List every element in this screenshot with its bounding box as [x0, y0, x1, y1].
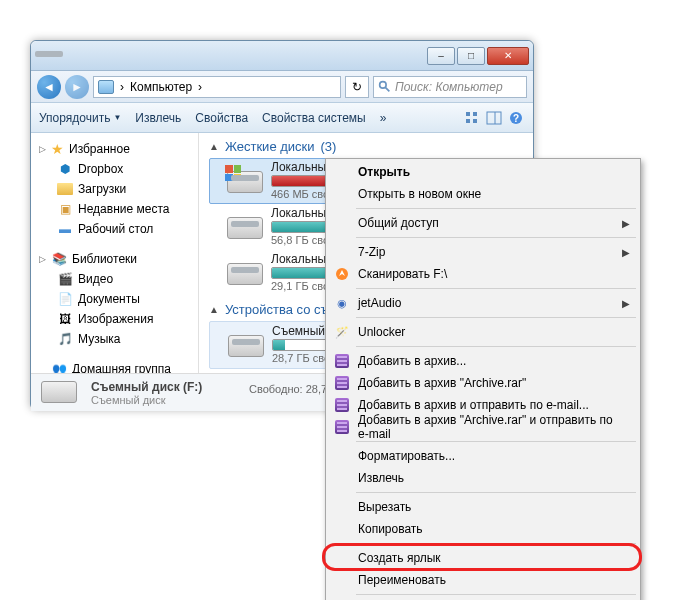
refresh-button[interactable]: ↻ — [345, 76, 369, 98]
cm-separator — [356, 492, 636, 493]
cm-separator — [356, 594, 636, 595]
close-button[interactable]: ✕ — [487, 47, 529, 65]
status-title: Съемный диск (F:) — [91, 380, 202, 394]
cm-add-archive[interactable]: Добавить в архив... — [328, 350, 638, 372]
svg-rect-6 — [487, 112, 501, 124]
images-icon: 🖼 — [57, 311, 73, 327]
cm-add-named-archive-email[interactable]: Добавить в архив "Archive.rar" и отправи… — [328, 416, 638, 438]
submenu-arrow-icon: ▶ — [622, 247, 630, 258]
homegroup-icon: 👥 — [51, 361, 67, 373]
rar-icon — [334, 397, 350, 413]
cm-open-new-window[interactable]: Открыть в новом окне — [328, 183, 638, 205]
dropbox-icon: ⬢ — [57, 161, 73, 177]
cm-open[interactable]: Открыть — [328, 161, 638, 183]
sidebar-item-downloads[interactable]: Загрузки — [31, 179, 198, 199]
unlocker-icon: 🪄 — [334, 324, 350, 340]
drive-icon — [227, 257, 263, 287]
breadcrumb[interactable]: › Компьютер › — [93, 76, 341, 98]
properties-button[interactable]: Свойства — [195, 111, 248, 125]
search-input[interactable]: Поиск: Компьютер — [373, 76, 527, 98]
music-icon: 🎵 — [57, 331, 73, 347]
cm-separator — [356, 346, 636, 347]
maximize-button[interactable]: □ — [457, 47, 485, 65]
toolbar-overflow[interactable]: » — [380, 111, 387, 125]
avast-icon — [334, 266, 350, 282]
cm-scan[interactable]: Сканировать F:\ — [328, 263, 638, 285]
sidebar-item-dropbox[interactable]: ⬢Dropbox — [31, 159, 198, 179]
submenu-arrow-icon: ▶ — [622, 298, 630, 309]
homegroup-header[interactable]: ▷👥Домашняя группа — [31, 359, 198, 373]
cm-separator — [356, 543, 636, 544]
svg-rect-3 — [473, 112, 477, 116]
cm-7zip[interactable]: 7-Zip▶ — [328, 241, 638, 263]
svg-rect-2 — [466, 112, 470, 116]
cm-rename[interactable]: Переименовать — [328, 569, 638, 591]
cm-unlocker[interactable]: 🪄Unlocker — [328, 321, 638, 343]
back-button[interactable]: ◄ — [37, 75, 61, 99]
cm-add-named-archive[interactable]: Добавить в архив "Archive.rar" — [328, 372, 638, 394]
submenu-arrow-icon: ▶ — [622, 218, 630, 229]
organize-menu[interactable]: Упорядочить ▼ — [39, 111, 121, 125]
cm-share[interactable]: Общий доступ▶ — [328, 212, 638, 234]
rar-icon — [334, 375, 350, 391]
desktop-icon: ▬ — [57, 221, 73, 237]
cm-separator — [356, 317, 636, 318]
forward-button[interactable]: ► — [65, 75, 89, 99]
search-icon — [378, 80, 391, 93]
breadcrumb-sep: › — [198, 80, 202, 94]
toolbar: Упорядочить ▼ Извлечь Свойства Свойства … — [31, 103, 533, 133]
svg-text:?: ? — [513, 113, 519, 124]
cm-eject[interactable]: Извлечь — [328, 467, 638, 489]
rar-icon — [334, 419, 350, 435]
computer-icon — [98, 80, 114, 94]
sidebar-item-recent[interactable]: ▣Недавние места — [31, 199, 198, 219]
svg-line-1 — [385, 87, 389, 91]
favorites-header[interactable]: ▷★Избранное — [31, 139, 198, 159]
cm-create-shortcut[interactable]: Создать ярлык — [328, 547, 638, 569]
context-menu: Открыть Открыть в новом окне Общий досту… — [325, 158, 641, 600]
view-button[interactable] — [463, 109, 481, 127]
sidebar-item-documents[interactable]: 📄Документы — [31, 289, 198, 309]
cm-copy[interactable]: Копировать — [328, 518, 638, 540]
downloads-icon — [57, 181, 73, 197]
status-drive-icon — [41, 379, 81, 407]
breadcrumb-root[interactable]: Компьютер — [130, 80, 192, 94]
search-placeholder: Поиск: Компьютер — [395, 80, 503, 94]
address-bar: ◄ ► › Компьютер › ↻ Поиск: Компьютер — [31, 71, 533, 103]
sidebar-item-video[interactable]: 🎬Видео — [31, 269, 198, 289]
jetaudio-icon: ◉ — [334, 295, 350, 311]
cm-separator — [356, 208, 636, 209]
cm-separator — [356, 441, 636, 442]
libraries-header[interactable]: ▷📚Библиотеки — [31, 249, 198, 269]
cm-jetaudio[interactable]: ◉jetAudio▶ — [328, 292, 638, 314]
drive-icon — [228, 329, 264, 359]
sidebar: ▷★Избранное ⬢Dropbox Загрузки ▣Недавние … — [31, 133, 199, 373]
svg-rect-4 — [466, 119, 470, 123]
sidebar-item-desktop[interactable]: ▬Рабочий стол — [31, 219, 198, 239]
status-subtitle: Съемный диск — [91, 394, 202, 406]
hard-drives-header[interactable]: ▲Жесткие диски (3) — [209, 139, 523, 154]
help-button[interactable]: ? — [507, 109, 525, 127]
cm-cut[interactable]: Вырезать — [328, 496, 638, 518]
cm-format[interactable]: Форматировать... — [328, 445, 638, 467]
libraries-icon: 📚 — [51, 251, 67, 267]
preview-pane-button[interactable] — [485, 109, 503, 127]
extract-button[interactable]: Извлечь — [135, 111, 181, 125]
drive-icon — [227, 165, 263, 195]
recent-icon: ▣ — [57, 201, 73, 217]
video-icon: 🎬 — [57, 271, 73, 287]
cm-separator — [356, 237, 636, 238]
star-icon: ★ — [51, 141, 64, 157]
breadcrumb-sep: › — [120, 80, 124, 94]
system-properties-button[interactable]: Свойства системы — [262, 111, 366, 125]
minimize-button[interactable]: – — [427, 47, 455, 65]
svg-point-0 — [380, 82, 387, 89]
drive-icon — [227, 211, 263, 241]
sidebar-item-images[interactable]: 🖼Изображения — [31, 309, 198, 329]
svg-rect-5 — [473, 119, 477, 123]
cm-separator — [356, 288, 636, 289]
titlebar: – □ ✕ — [31, 41, 533, 71]
sidebar-item-music[interactable]: 🎵Музыка — [31, 329, 198, 349]
rar-icon — [334, 353, 350, 369]
status-free-label: Свободно: — [249, 383, 303, 395]
